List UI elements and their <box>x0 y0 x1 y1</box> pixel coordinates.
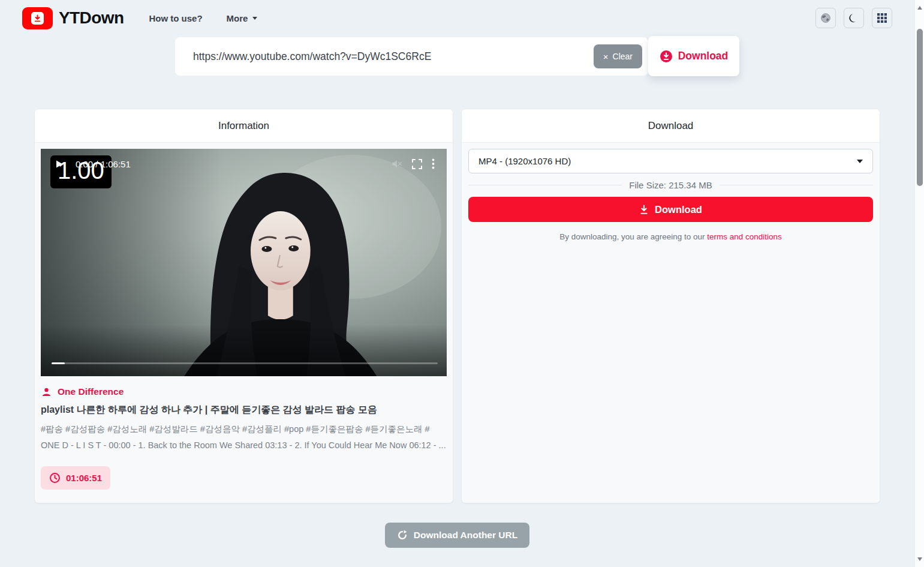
chevron-down-icon <box>857 160 863 166</box>
brand[interactable]: YTDown <box>22 7 124 29</box>
download-circle-icon <box>660 50 673 63</box>
duration-text: 01:06:51 <box>66 473 102 483</box>
progress-played <box>52 362 65 364</box>
page-content: × Clear Download Information <box>0 37 914 548</box>
time-display: 0:00 / 1:06:51 <box>76 159 131 169</box>
player-controls-overlay <box>41 325 447 376</box>
fullscreen-button[interactable] <box>412 159 422 169</box>
file-size-row: File Size: 215.34 MB <box>468 180 873 190</box>
player-controls: 0:00 / 1:06:51 <box>55 158 435 169</box>
download-button[interactable]: Download <box>468 197 873 222</box>
apps-button[interactable] <box>872 8 892 28</box>
globe-icon <box>820 13 831 23</box>
download-card: Download MP4 - (1920x1076 HD) File Size:… <box>461 109 880 503</box>
dark-mode-button[interactable] <box>844 8 864 28</box>
terms-link[interactable]: terms and conditions <box>707 232 782 241</box>
download-card-title: Download <box>462 109 880 143</box>
brand-name: YTDown <box>59 8 124 28</box>
url-field: × Clear <box>175 37 648 76</box>
description-line-1: #팝송 #감성팝송 #감성노래 #감성발라드 #감성음악 #감성플리 #pop … <box>41 421 447 437</box>
scroll-up-arrow[interactable] <box>917 4 922 10</box>
video-description: #팝송 #감성팝송 #감성노래 #감성발라드 #감성음악 #감성플리 #pop … <box>41 421 447 454</box>
cards-row: Information <box>34 109 880 503</box>
progress-bar[interactable] <box>52 362 438 364</box>
download-icon <box>639 205 649 215</box>
main-nav: How to use? More <box>149 13 257 23</box>
url-bar: × Clear Download <box>175 37 739 76</box>
information-card: Information <box>34 109 453 503</box>
close-icon: × <box>603 52 609 61</box>
language-button[interactable] <box>815 8 836 28</box>
mute-button[interactable] <box>392 159 402 169</box>
information-card-body: 1.00 0:00 / 1:06:51 <box>35 143 453 503</box>
terms-prefix: By downloading, you are agreeing to our <box>559 232 707 241</box>
download-cta-label: Download <box>678 50 729 62</box>
grid-icon <box>877 13 887 23</box>
download-button-label: Download <box>655 204 702 215</box>
nav-more-label: More <box>227 13 248 23</box>
terms-text: By downloading, you are agreeing to our … <box>468 232 873 241</box>
nav-how-to-use[interactable]: How to use? <box>149 13 202 23</box>
scroll-thumb[interactable] <box>917 29 923 186</box>
clear-button-label: Clear <box>613 52 633 61</box>
header-icon-group <box>815 8 892 28</box>
channel-name[interactable]: One Difference <box>58 386 124 397</box>
video-player[interactable]: 1.00 0:00 / 1:06:51 <box>41 149 447 376</box>
footer-actions: Download Another URL <box>0 523 914 548</box>
information-card-title: Information <box>35 109 453 143</box>
app-header: YTDown How to use? More <box>0 0 924 36</box>
youtube-download-logo-icon <box>22 7 53 29</box>
play-button[interactable] <box>55 160 64 169</box>
divider-line <box>468 185 622 185</box>
download-cta-button[interactable]: Download <box>648 36 739 76</box>
format-select[interactable]: MP4 - (1920x1076 HD) <box>468 149 873 173</box>
nav-more[interactable]: More <box>227 13 258 23</box>
muted-speaker-icon <box>392 159 402 169</box>
scrollbar[interactable] <box>914 0 924 567</box>
channel-row: One Difference <box>41 386 446 397</box>
download-another-url-label: Download Another URL <box>414 530 517 541</box>
play-icon <box>55 160 64 169</box>
person-icon <box>41 387 52 397</box>
video-title: playlist 나른한 하루에 감성 하나 추가 | 주말에 듣기좋은 감성 … <box>41 404 447 416</box>
chevron-down-icon <box>252 17 257 22</box>
description-line-2: ONE D - L I S T - 00:00 - 1. Back to the… <box>41 437 447 454</box>
clock-icon <box>49 472 61 484</box>
fullscreen-icon <box>412 159 422 169</box>
format-selected-option: MP4 - (1920x1076 HD) <box>478 156 571 166</box>
refresh-icon <box>397 530 408 541</box>
scroll-down-arrow[interactable] <box>917 557 922 563</box>
kebab-menu-icon <box>432 158 435 169</box>
kebab-menu-button[interactable] <box>432 158 435 169</box>
moon-icon <box>849 13 859 23</box>
divider-line <box>720 185 873 185</box>
download-badge-icon <box>31 12 44 25</box>
file-size-text: File Size: 215.34 MB <box>629 180 712 190</box>
clear-button[interactable]: × Clear <box>594 44 642 68</box>
url-input[interactable] <box>193 50 594 63</box>
download-another-url-button[interactable]: Download Another URL <box>385 523 529 548</box>
download-card-body: MP4 - (1920x1076 HD) File Size: 215.34 M… <box>462 143 880 503</box>
duration-badge: 01:06:51 <box>41 466 110 490</box>
